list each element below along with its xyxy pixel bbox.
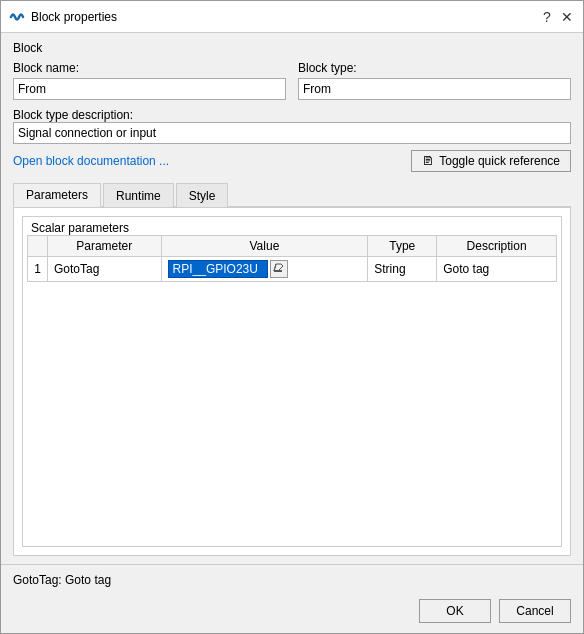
block-type-input[interactable] <box>298 78 571 100</box>
ok-button[interactable]: OK <box>419 599 491 623</box>
col-header-type: Type <box>368 236 437 257</box>
status-bar: GotoTag: Goto tag <box>1 564 583 593</box>
dialog-footer: OK Cancel <box>1 593 583 633</box>
value-icon-button[interactable] <box>270 260 288 278</box>
row-num: 1 <box>28 257 48 282</box>
table-row: 1 GotoTag <box>28 257 557 282</box>
block-name-label: Block name: <box>13 61 286 75</box>
block-desc-label: Block type description: <box>13 108 133 122</box>
block-name-input[interactable] <box>13 78 286 100</box>
scalar-params-legend: Scalar parameters <box>27 221 557 235</box>
block-properties-dialog: Block properties ? ✕ Block Block name: B… <box>0 0 584 634</box>
tab-runtime[interactable]: Runtime <box>103 183 174 207</box>
col-header-parameter: Parameter <box>48 236 162 257</box>
col-header-description: Description <box>437 236 557 257</box>
help-button[interactable]: ? <box>539 9 555 25</box>
value-input-wrapper <box>168 260 362 278</box>
open-doc-link[interactable]: Open block documentation ... <box>13 154 169 168</box>
block-section-label: Block <box>13 41 571 55</box>
tab-content-parameters: Scalar parameters Parameter Value Type D… <box>13 207 571 556</box>
tab-parameters[interactable]: Parameters <box>13 183 101 207</box>
dialog-title: Block properties <box>31 10 539 24</box>
block-desc-input[interactable] <box>13 122 571 144</box>
tab-style[interactable]: Style <box>176 183 229 207</box>
block-type-label: Block type: <box>298 61 571 75</box>
params-table: Parameter Value Type Description 1 GotoT… <box>27 235 557 282</box>
block-name-group: Block name: <box>13 61 286 100</box>
links-row: Open block documentation ... 🖹 Toggle qu… <box>13 150 571 172</box>
status-text: GotoTag: Goto tag <box>13 573 111 587</box>
param-desc-cell: Goto tag <box>437 257 557 282</box>
scalar-params-group: Scalar parameters Parameter Value Type D… <box>22 216 562 547</box>
toggle-quick-ref-button[interactable]: 🖹 Toggle quick reference <box>411 150 571 172</box>
block-type-group: Block type: <box>298 61 571 100</box>
block-desc-section: Block type description: <box>13 108 571 144</box>
param-value-cell <box>161 257 368 282</box>
title-bar: Block properties ? ✕ <box>1 1 583 33</box>
title-bar-controls: ? ✕ <box>539 9 575 25</box>
table-header-row: Parameter Value Type Description <box>28 236 557 257</box>
params-table-body: 1 GotoTag <box>28 257 557 282</box>
param-value-input[interactable] <box>168 260 268 278</box>
cancel-button[interactable]: Cancel <box>499 599 571 623</box>
param-type-cell: String <box>368 257 437 282</box>
toggle-btn-icon: 🖹 <box>422 154 434 168</box>
close-button[interactable]: ✕ <box>559 9 575 25</box>
col-header-value: Value <box>161 236 368 257</box>
pencil-icon <box>273 263 285 275</box>
app-logo <box>9 9 25 25</box>
tabs-container: Parameters Runtime Style <box>13 182 571 207</box>
toggle-btn-label: Toggle quick reference <box>439 154 560 168</box>
block-fields-row: Block name: Block type: <box>13 61 571 100</box>
param-name-cell: GotoTag <box>48 257 162 282</box>
dialog-body: Block Block name: Block type: Block type… <box>1 33 583 564</box>
col-header-num <box>28 236 48 257</box>
